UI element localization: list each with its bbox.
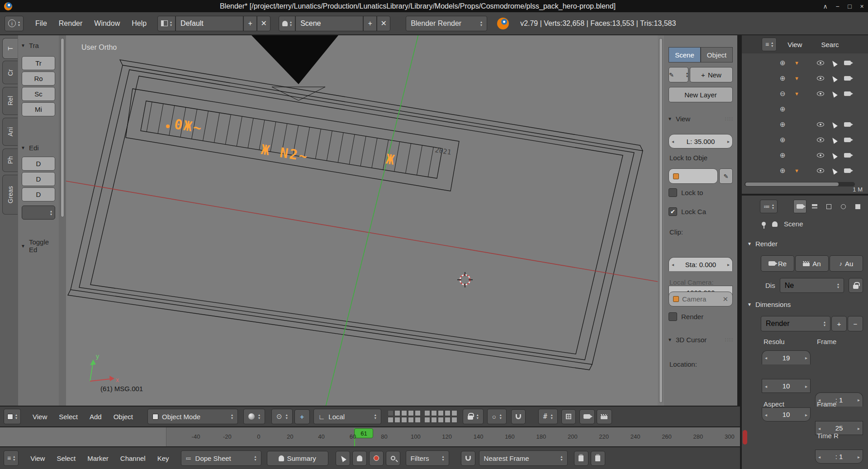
viewport-3d[interactable]: 0Ж~ Ж N2~ Ж 2021 <box>66 35 658 406</box>
panel-header-render[interactable]: ▼Render <box>747 240 778 248</box>
shelf-tab-physics[interactable]: Ph <box>2 148 18 172</box>
visibility-eye-icon[interactable] <box>817 61 824 65</box>
menu-help[interactable]: Help <box>132 19 147 28</box>
lock-to-cursor-row[interactable]: Lock to <box>669 188 703 197</box>
menu-file[interactable]: File <box>35 19 47 28</box>
panel-header-dimensions[interactable]: ▼Dimensions <box>747 301 791 308</box>
panel-header-transform[interactable]: ▼Tra <box>21 42 39 49</box>
panel-header-operator[interactable]: ▼Toggle Ed <box>21 238 59 254</box>
viewport-canvas[interactable]: 0Ж~ Ж N2~ Ж 2021 <box>66 35 658 406</box>
checkbox-checked[interactable]: ✔ <box>669 207 677 216</box>
lens-field[interactable]: L: 35.000 <box>669 134 733 148</box>
render-restrict-camera-icon[interactable] <box>844 138 851 142</box>
editor-type-button[interactable]: ≡▴▾ <box>4 450 19 466</box>
selectable-cursor-icon[interactable] <box>830 121 838 128</box>
minimize-button[interactable]: − <box>831 3 844 10</box>
summary-toggle[interactable]: Summary <box>267 451 328 466</box>
menu-view[interactable]: View <box>787 41 802 48</box>
paste-keyframes-button[interactable] <box>591 451 605 466</box>
expand-icon[interactable]: ⊕ <box>780 136 788 144</box>
clip-start-field[interactable]: Sta: 0.000 <box>669 257 733 271</box>
layer-toggle[interactable] <box>451 410 457 416</box>
duplicate-button[interactable]: D <box>22 157 55 171</box>
display-dropdown[interactable]: Ne▴▾ <box>780 278 844 293</box>
mode-dropdown[interactable]: Object Mode▴▾ <box>147 409 238 424</box>
render-restrict-camera-icon[interactable] <box>844 122 851 127</box>
panel-header-edit[interactable]: ▼Edi <box>21 144 39 152</box>
shading-dropdown[interactable]: ▴▾ <box>243 409 265 424</box>
expand-icon[interactable]: ⊕ <box>780 120 788 129</box>
delete-button[interactable]: D <box>22 187 55 201</box>
audio-button[interactable]: ♪Au <box>830 255 863 272</box>
render-restrict-camera-icon[interactable] <box>844 91 851 96</box>
close-button[interactable]: × <box>856 3 868 10</box>
shelf-tab-grease[interactable]: Greas <box>2 175 18 215</box>
menu-view[interactable]: View <box>30 455 45 462</box>
render-restrict-camera-icon[interactable] <box>844 61 851 65</box>
layout-add-button[interactable]: + <box>243 16 257 31</box>
orientation-dropdown[interactable]: ∟ Local▴▾ <box>313 409 381 424</box>
timeline-ruler[interactable]: 61 -40-200204060801001201401601802002202… <box>0 427 740 446</box>
editor-type-button[interactable]: ≔▴▾ <box>760 200 778 213</box>
selectable-cursor-icon[interactable] <box>830 167 838 174</box>
scene-add-button[interactable]: + <box>363 16 377 31</box>
resolution-x-field[interactable]: 19 <box>762 350 811 364</box>
expand-icon[interactable]: ⊕ <box>780 59 788 67</box>
scene-lock-dropdown[interactable]: ▴▾ <box>463 409 484 424</box>
cursor-3d[interactable] <box>457 272 473 287</box>
layer-toggle[interactable] <box>424 417 430 423</box>
viewport-scrollbar[interactable] <box>658 35 664 406</box>
selectable-cursor-icon[interactable] <box>830 136 838 144</box>
layer-toggle[interactable] <box>438 410 444 416</box>
filter-hidden-toggle[interactable] <box>352 451 367 466</box>
pin-icon[interactable] <box>762 222 766 226</box>
pivot-dropdown[interactable]: ⊙▴▾ <box>271 409 293 424</box>
maximize-button[interactable]: □ <box>844 3 856 10</box>
copy-keyframes-button[interactable] <box>574 451 588 466</box>
shelf-tab-create[interactable]: Cr <box>2 61 18 84</box>
preset-add-button[interactable]: + <box>831 316 847 331</box>
filter-errors-toggle[interactable] <box>369 451 384 466</box>
layer-toggle[interactable] <box>408 417 414 423</box>
dopesheet-channel-region[interactable] <box>0 427 166 446</box>
menu-channel[interactable]: Channel <box>120 455 146 462</box>
frame-step-field[interactable]: : 1 <box>815 450 863 464</box>
editor-type-button[interactable]: i ▴▾ <box>5 16 24 31</box>
menu-select[interactable]: Select <box>59 413 78 421</box>
layer-toggle[interactable] <box>438 417 444 423</box>
scene-browse-button[interactable]: ▴▾ <box>279 16 295 31</box>
layer-toggle[interactable] <box>431 417 437 423</box>
layout-browse-button[interactable]: ▴▾ <box>157 16 175 31</box>
shelf-tab-relations[interactable]: Rel <box>2 87 18 115</box>
layer-toggle[interactable] <box>445 410 451 416</box>
layout-delete-button[interactable]: ✕ <box>257 16 270 31</box>
shade-button[interactable]: ∧ <box>819 3 831 10</box>
lock-camera-row[interactable]: ✔Lock Ca <box>669 207 706 216</box>
expand-icon[interactable]: ⊕ <box>780 74 788 82</box>
new-button[interactable]: +New <box>690 67 733 82</box>
expand-icon[interactable]: ⊕ <box>780 151 788 159</box>
proportional-edit-dropdown[interactable]: ○▴▾ <box>487 409 507 424</box>
checkbox-unchecked[interactable] <box>669 312 677 321</box>
panel-header-3d-cursor[interactable]: ▼3D Cursor∷∷ <box>668 336 734 344</box>
layer-toggle[interactable] <box>408 410 414 416</box>
visibility-eye-icon[interactable] <box>817 168 824 173</box>
duplicate-linked-button[interactable]: D <box>22 172 55 186</box>
layer-toggle[interactable] <box>388 417 394 423</box>
expand-icon[interactable]: ⊕ <box>780 105 788 113</box>
menu-search[interactable]: Searc <box>821 41 839 48</box>
animation-button[interactable]: An <box>795 255 829 272</box>
menu-select[interactable]: Select <box>57 455 76 462</box>
new-layer-button[interactable]: New Layer <box>669 87 733 102</box>
outliner-row[interactable]: ⊕ <box>742 132 868 148</box>
selectable-cursor-icon[interactable] <box>830 90 838 97</box>
selectable-cursor-icon[interactable] <box>830 75 838 82</box>
selectable-cursor-icon[interactable] <box>830 152 838 159</box>
mirror-button[interactable]: Mi <box>22 102 55 116</box>
snap-element-dropdown[interactable]: #▴▾ <box>538 409 558 424</box>
layer-toggle[interactable] <box>415 417 421 423</box>
rotate-button[interactable]: Ro <box>22 72 55 86</box>
eyedropper-button[interactable]: ✎ <box>719 168 733 184</box>
tab-render[interactable] <box>793 200 806 213</box>
layer-toggle[interactable] <box>431 410 437 416</box>
